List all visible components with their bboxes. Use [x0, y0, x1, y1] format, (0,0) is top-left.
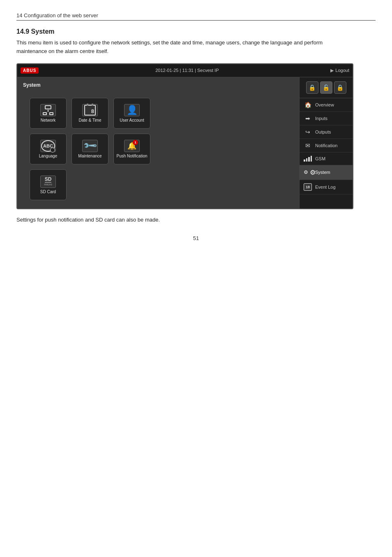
- notification-icon: ✉: [304, 142, 312, 149]
- sidebar-item-notification[interactable]: ✉ Notification: [300, 139, 353, 153]
- event-cal-graphic: 18: [304, 183, 312, 191]
- cal-tab-left: [87, 104, 88, 106]
- date-time-label: Date & Time: [78, 118, 101, 122]
- sd-card-icon: SD micro: [40, 176, 56, 188]
- main-content: System Network: [17, 77, 299, 208]
- menu-item-user-account[interactable]: 👤 User Account: [113, 98, 150, 129]
- sidebar-item-inputs[interactable]: ➡ Inputs: [300, 112, 353, 125]
- sidebar-item-gsm[interactable]: GSM: [300, 153, 353, 165]
- outputs-icon: ↪: [304, 129, 312, 135]
- person-icon-graphic: 👤: [127, 105, 138, 116]
- system-icon: ⚙ ⚙: [304, 169, 312, 176]
- inputs-icon: ➡: [304, 115, 312, 122]
- push-notification-icon: 🔔 1: [124, 140, 140, 152]
- lock-button-1[interactable]: 🔒: [306, 81, 318, 94]
- inputs-label: Inputs: [315, 116, 327, 121]
- net-line: [48, 110, 48, 112]
- calendar-icon-graphic: 8: [84, 105, 96, 116]
- sd-card-label: SD Card: [40, 190, 56, 194]
- date-time-icon: 8: [82, 104, 98, 116]
- gsm-bar-2: [306, 158, 308, 162]
- system-nav-label: System: [315, 170, 330, 175]
- language-icon: ABC: [40, 140, 56, 152]
- sd-micro-text: micro: [44, 183, 52, 186]
- net-node-left: [43, 112, 47, 115]
- section-body: This menu item is used to configure the …: [16, 39, 353, 56]
- logout-button[interactable]: ▶ Logout: [330, 68, 349, 73]
- sd-text: SD: [45, 177, 52, 183]
- wrench-icon-graphic: 🔧: [82, 138, 97, 153]
- push-notification-label: Push Notification: [116, 154, 147, 158]
- menu-item-date-time[interactable]: 8 Date & Time: [71, 98, 108, 129]
- overview-label: Overview: [315, 102, 334, 107]
- sidebar-item-event-log[interactable]: 18 Event Log: [300, 180, 353, 194]
- footer-text: Settings for push notification and SD ca…: [16, 217, 376, 223]
- network-label: Network: [41, 118, 56, 122]
- push-notification-badge: 1: [133, 140, 138, 145]
- sidebar: 🔒 🔓 🔒 🏠 Overview ➡ Inputs ↪ Outputs: [299, 77, 353, 208]
- top-bar: ABUS 2012-01-25 | 11:31 | Secvest IP ▶ L…: [17, 64, 353, 77]
- maintenance-icon: 🔧: [82, 140, 98, 152]
- net-top: [45, 105, 51, 109]
- event-log-icon: 18: [304, 183, 312, 191]
- gsm-bar-4: [311, 156, 312, 162]
- cal-number: 8: [91, 108, 94, 114]
- net-node-right: [49, 112, 53, 115]
- gear-large: ⚙: [310, 169, 316, 176]
- abus-logo: ABUS: [21, 67, 39, 74]
- gsm-bar-3: [308, 157, 310, 162]
- event-log-label: Event Log: [315, 185, 336, 190]
- menu-item-maintenance[interactable]: 🔧 Maintenance: [71, 134, 108, 164]
- sidebar-item-outputs[interactable]: ↪ Outputs: [300, 125, 353, 139]
- user-account-icon: 👤: [124, 104, 140, 116]
- overview-icon: 🏠: [304, 102, 312, 108]
- menu-grid: Network 8 Date & Time: [21, 94, 295, 204]
- user-account-label: User Account: [120, 118, 144, 122]
- outputs-label: Outputs: [315, 129, 331, 134]
- network-icon: [40, 104, 56, 116]
- sidebar-item-overview[interactable]: 🏠 Overview: [300, 98, 353, 112]
- gsm-icon: [304, 156, 312, 162]
- language-label: Language: [39, 154, 58, 158]
- notification-label: Notification: [315, 143, 337, 148]
- bell-icon-graphic: 🔔 1: [127, 141, 136, 150]
- lock-button-3[interactable]: 🔒: [334, 81, 346, 94]
- abc-circle-graphic: ABC: [41, 140, 55, 152]
- logout-arrow-icon: ▶: [330, 68, 334, 73]
- gsm-bars-graphic: [304, 156, 312, 162]
- gear-icon: ⚙ ⚙: [304, 169, 312, 176]
- sidebar-item-system[interactable]: ⚙ ⚙ System: [300, 165, 353, 180]
- network-icon-graphic: [43, 105, 53, 115]
- doc-header-text: 14 Configuration of the web server: [16, 12, 98, 18]
- menu-item-push-notification[interactable]: 🔔 1 Push Notification: [113, 134, 150, 164]
- top-bar-date: 2012-01-25 | 11:31 | Secvest IP: [44, 68, 330, 73]
- section-title: 14.9 System: [16, 28, 376, 35]
- maintenance-label: Maintenance: [78, 154, 101, 158]
- page-number: 51: [16, 235, 376, 241]
- gsm-label: GSM: [315, 156, 325, 161]
- menu-item-sd-card[interactable]: SD micro SD Card: [30, 169, 67, 200]
- lock-icons-row: 🔒 🔓 🔒: [300, 77, 353, 98]
- system-label: System: [21, 81, 295, 89]
- menu-item-language[interactable]: ABC Language: [30, 134, 67, 164]
- menu-item-network[interactable]: Network: [30, 98, 67, 129]
- content-area: System Network: [17, 77, 353, 208]
- net-bottom: [43, 112, 53, 115]
- gsm-bar-1: [304, 159, 305, 162]
- gear-small: ⚙: [304, 169, 308, 175]
- ui-panel: ABUS 2012-01-25 | 11:31 | Secvest IP ▶ L…: [16, 63, 353, 209]
- lock-button-2[interactable]: 🔓: [320, 81, 332, 94]
- cal-tab-right: [92, 104, 93, 106]
- doc-header: 14 Configuration of the web server: [16, 12, 376, 21]
